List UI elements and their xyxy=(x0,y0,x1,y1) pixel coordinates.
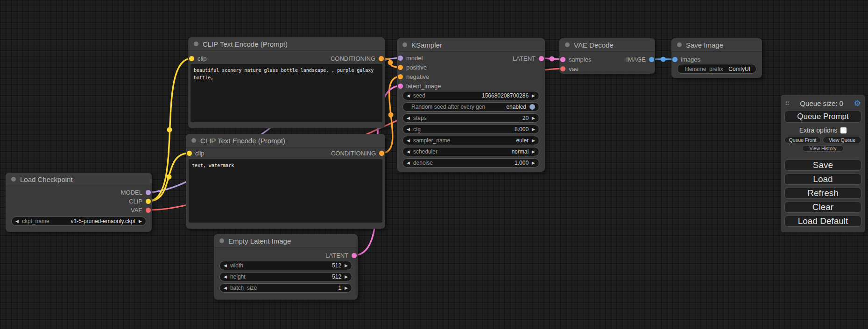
scheduler-widget[interactable]: ◀ scheduler normal ▶ xyxy=(402,147,539,156)
decrement-arrow-icon[interactable]: ◀ xyxy=(407,94,410,98)
random-seed-toggle-widget[interactable]: Random seed after every gen enabled xyxy=(402,102,539,112)
decrement-arrow-icon[interactable]: ◀ xyxy=(224,264,227,268)
increment-arrow-icon[interactable]: ▶ xyxy=(532,161,535,165)
input-slot-clip[interactable]: clip xyxy=(189,54,207,63)
output-slot-model[interactable]: MODEL xyxy=(121,188,151,197)
decrement-arrow-icon[interactable]: ◀ xyxy=(224,286,227,290)
collapse-dot-icon[interactable] xyxy=(194,42,198,46)
clip-port-icon[interactable] xyxy=(146,199,151,204)
input-slot-samples[interactable]: samples xyxy=(560,55,591,64)
clip-port-icon[interactable] xyxy=(187,151,192,156)
positive-prompt-textarea[interactable]: beautiful scenery nature glass bottle la… xyxy=(191,64,382,122)
node-load-checkpoint[interactable]: Load Checkpoint MODEL CLIP VAE ◀ ckpt_na… xyxy=(6,173,152,232)
increment-arrow-icon[interactable]: ▶ xyxy=(532,116,535,120)
node-title-bar[interactable]: CLIP Text Encode (Prompt) xyxy=(186,134,385,147)
input-slot-clip[interactable]: clip xyxy=(187,148,205,158)
seed-widget[interactable]: ◀ seed 156680208700286 ▶ xyxy=(402,91,539,100)
latent-port-icon[interactable] xyxy=(352,253,357,258)
cfg-widget[interactable]: ◀ cfg 8.000 ▶ xyxy=(402,125,539,134)
node-title-bar[interactable]: KSampler xyxy=(397,38,545,52)
node-vae-decode[interactable]: VAE Decode samples vae IMAGE xyxy=(559,38,655,74)
input-slot-model[interactable]: model xyxy=(398,53,423,63)
model-port-icon[interactable] xyxy=(398,56,403,61)
wire-midpoint-dot[interactable] xyxy=(388,60,393,65)
image-port-icon[interactable] xyxy=(649,57,654,62)
input-slot-vae[interactable]: vae xyxy=(560,64,579,73)
drag-handle-icon[interactable]: ⠿ xyxy=(785,100,790,106)
wire-midpoint-dot[interactable] xyxy=(388,112,394,118)
node-ksampler[interactable]: KSampler model positive negative latent_… xyxy=(397,38,545,172)
decrement-arrow-icon[interactable]: ◀ xyxy=(407,150,410,154)
collapse-dot-icon[interactable] xyxy=(219,238,224,243)
increment-arrow-icon[interactable]: ▶ xyxy=(345,275,348,279)
conditioning-port-icon[interactable] xyxy=(379,151,384,156)
node-save-image[interactable]: Save Image images filename_prefix ComfyU… xyxy=(671,38,762,78)
filename-prefix-widget[interactable]: filename_prefix ComfyUI xyxy=(677,64,756,74)
output-slot-vae[interactable]: VAE xyxy=(131,205,151,215)
sampler-name-widget[interactable]: ◀ sampler_name euler ▶ xyxy=(402,136,539,145)
image-port-icon[interactable] xyxy=(672,57,677,62)
view-history-button[interactable]: View History xyxy=(802,145,844,152)
collapse-dot-icon[interactable] xyxy=(11,177,16,182)
steps-widget[interactable]: ◀ steps 20 ▶ xyxy=(402,113,539,123)
negative-prompt-textarea[interactable]: text, watermark xyxy=(189,159,382,223)
node-title-bar[interactable]: Empty Latent Image xyxy=(214,234,358,248)
vae-port-icon[interactable] xyxy=(560,66,565,71)
comfyui-graph-canvas[interactable]: { "icons": { "left_arrow": "◀", "right_a… xyxy=(0,0,868,329)
latent-port-icon[interactable] xyxy=(398,84,403,89)
latent-port-icon[interactable] xyxy=(539,56,544,61)
input-slot-negative[interactable]: negative xyxy=(398,72,429,81)
queue-front-button[interactable]: Queue Front xyxy=(784,137,821,143)
output-slot-image[interactable]: IMAGE xyxy=(626,55,654,64)
settings-gear-icon[interactable]: ⚙ xyxy=(854,99,861,107)
clip-port-icon[interactable] xyxy=(189,56,194,61)
increment-arrow-icon[interactable]: ▶ xyxy=(345,286,348,290)
conditioning-port-icon[interactable] xyxy=(398,65,403,70)
collapse-dot-icon[interactable] xyxy=(677,42,682,47)
output-slot-latent[interactable]: LATENT xyxy=(325,251,357,260)
conditioning-port-icon[interactable] xyxy=(379,56,384,61)
node-title-bar[interactable]: CLIP Text Encode (Prompt) xyxy=(188,37,385,51)
ckpt-name-widget[interactable]: ◀ ckpt_name v1-5-pruned-emaonly.ckpt ▶ xyxy=(11,217,146,226)
output-slot-conditioning[interactable]: CONDITIONING xyxy=(331,54,384,63)
height-widget[interactable]: ◀ height 512 ▶ xyxy=(219,272,352,281)
node-title-bar[interactable]: VAE Decode xyxy=(559,38,655,52)
wire-midpoint-dot[interactable] xyxy=(661,57,666,62)
toggle-on-icon[interactable] xyxy=(529,104,535,110)
wire-midpoint-dot[interactable] xyxy=(167,175,172,180)
decrement-arrow-icon[interactable]: ◀ xyxy=(407,127,410,132)
batch-size-widget[interactable]: ◀ batch_size 1 ▶ xyxy=(219,283,352,293)
decrement-arrow-icon[interactable]: ◀ xyxy=(407,116,410,120)
input-slot-latent-image[interactable]: latent_image xyxy=(398,81,441,91)
increment-arrow-icon[interactable]: ▶ xyxy=(532,127,535,132)
load-default-button[interactable]: Load Default xyxy=(784,216,861,227)
wire-midpoint-dot[interactable] xyxy=(167,127,172,133)
load-button[interactable]: Load xyxy=(784,174,861,185)
save-button[interactable]: Save xyxy=(784,160,861,171)
decrement-arrow-icon[interactable]: ◀ xyxy=(407,139,410,143)
decrement-arrow-icon[interactable]: ◀ xyxy=(407,161,410,165)
vae-port-icon[interactable] xyxy=(146,208,151,213)
width-widget[interactable]: ◀ width 512 ▶ xyxy=(219,261,352,270)
queue-prompt-button[interactable]: Queue Prompt xyxy=(784,111,861,123)
node-title-bar[interactable]: Load Checkpoint xyxy=(6,173,152,186)
input-slot-images[interactable]: images xyxy=(672,55,700,64)
view-queue-button[interactable]: View Queue xyxy=(823,137,861,143)
output-slot-latent[interactable]: LATENT xyxy=(513,54,544,63)
latent-port-icon[interactable] xyxy=(560,57,565,62)
increment-arrow-icon[interactable]: ▶ xyxy=(139,219,142,224)
node-clip-text-encode-negative[interactable]: CLIP Text Encode (Prompt) clip CONDITION… xyxy=(186,134,385,229)
model-port-icon[interactable] xyxy=(146,190,151,195)
increment-arrow-icon[interactable]: ▶ xyxy=(532,94,535,98)
decrement-arrow-icon[interactable]: ◀ xyxy=(224,275,227,279)
increment-arrow-icon[interactable]: ▶ xyxy=(345,264,348,268)
decrement-arrow-icon[interactable]: ◀ xyxy=(15,219,19,224)
output-slot-conditioning[interactable]: CONDITIONING xyxy=(331,148,384,158)
node-title-bar[interactable]: Save Image xyxy=(671,38,762,52)
denoise-widget[interactable]: ◀ denoise 1.000 ▶ xyxy=(402,158,539,168)
increment-arrow-icon[interactable]: ▶ xyxy=(532,139,535,143)
collapse-dot-icon[interactable] xyxy=(565,42,570,47)
collapse-dot-icon[interactable] xyxy=(402,42,407,47)
node-clip-text-encode-positive[interactable]: CLIP Text Encode (Prompt) clip CONDITION… xyxy=(188,37,385,128)
refresh-button[interactable]: Refresh xyxy=(784,188,861,199)
